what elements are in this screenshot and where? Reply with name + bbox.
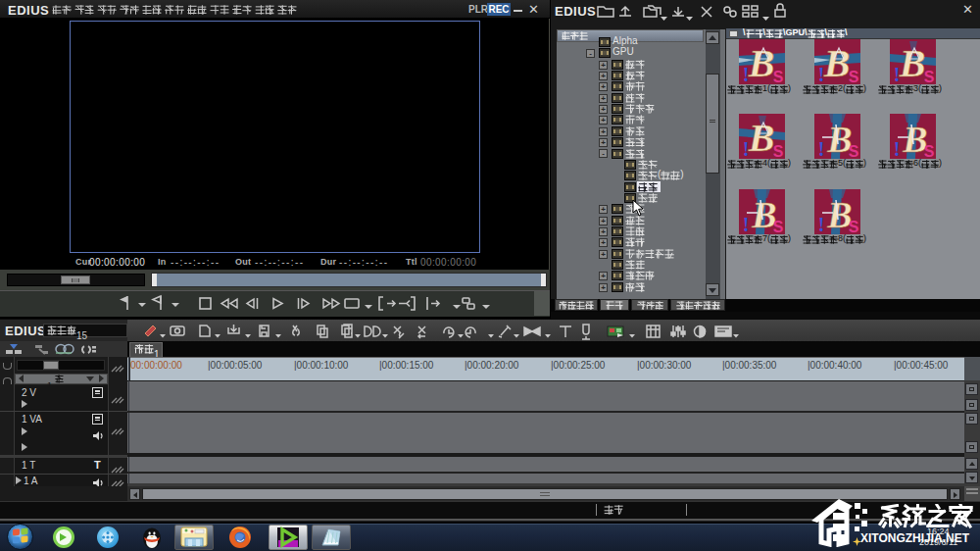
svg-text:S: S — [924, 143, 935, 159]
svg-text:!: ! — [743, 64, 750, 84]
svg-text:B: B — [748, 116, 775, 159]
svg-text:!: ! — [743, 138, 750, 159]
svg-text:S: S — [849, 143, 859, 159]
svg-text:!: ! — [818, 64, 825, 84]
svg-text:S: S — [773, 219, 784, 234]
svg-text:S: S — [924, 69, 935, 84]
svg-text:!: ! — [894, 138, 901, 159]
svg-text:B: B — [748, 41, 775, 84]
svg-text:B: B — [823, 41, 851, 84]
svg-text:S: S — [849, 69, 859, 84]
svg-text:!: ! — [818, 214, 825, 234]
svg-text:B: B — [899, 41, 926, 84]
svg-text:S: S — [773, 143, 784, 159]
svg-text:S: S — [773, 69, 784, 84]
svg-text:!: ! — [818, 138, 825, 159]
svg-text:!: ! — [743, 214, 750, 234]
svg-text:S: S — [849, 219, 859, 234]
svg-text:!: ! — [894, 64, 901, 84]
